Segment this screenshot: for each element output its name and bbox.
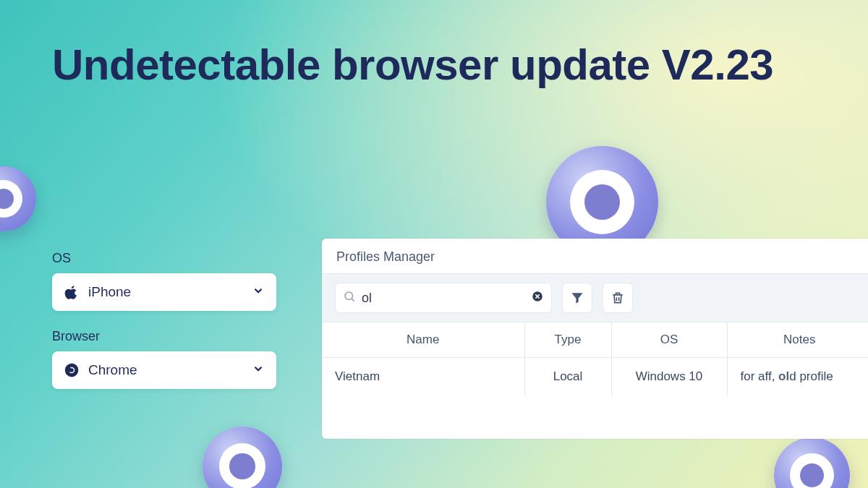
cell-name: Vietnam [322, 358, 524, 396]
svg-line-4 [352, 299, 354, 301]
col-header-type[interactable]: Type [524, 322, 611, 358]
panel-title: Profiles Manager [322, 239, 868, 273]
search-icon [343, 290, 356, 306]
profiles-manager-panel: Profiles Manager Name Type OS Notes [322, 239, 868, 439]
browser-value: Chrome [88, 362, 252, 378]
decorative-orb [0, 166, 36, 231]
cell-type: Local [524, 358, 611, 396]
col-header-os[interactable]: OS [611, 322, 727, 358]
delete-button[interactable] [603, 283, 633, 313]
table-row[interactable]: Vietnam Local Windows 10 for aff, old pr… [322, 358, 868, 396]
chevron-down-icon [252, 362, 265, 378]
browser-select[interactable]: Chrome [52, 351, 276, 389]
panel-toolbar [322, 273, 868, 322]
profiles-table: Name Type OS Notes Vietnam Local Windows… [322, 322, 868, 439]
chrome-icon [64, 362, 80, 378]
decorative-orb [203, 427, 282, 488]
decorative-orb [774, 437, 850, 488]
page-title: Undetectable browser update V2.23 [52, 40, 773, 91]
os-label: OS [52, 251, 276, 266]
clear-search-button[interactable] [531, 290, 544, 306]
cell-os: Windows 10 [611, 358, 727, 396]
col-header-name[interactable]: Name [322, 322, 524, 358]
col-header-notes[interactable]: Notes [727, 322, 868, 358]
browser-label: Browser [52, 329, 276, 344]
apple-icon [64, 284, 80, 300]
search-container [335, 283, 552, 313]
filter-button[interactable] [562, 283, 592, 313]
cell-notes: for aff, old profile [727, 358, 868, 396]
os-select[interactable]: iPhone [52, 273, 276, 311]
os-value: iPhone [88, 284, 252, 300]
chevron-down-icon [252, 284, 265, 300]
search-input[interactable] [362, 291, 531, 306]
svg-point-3 [345, 292, 353, 300]
